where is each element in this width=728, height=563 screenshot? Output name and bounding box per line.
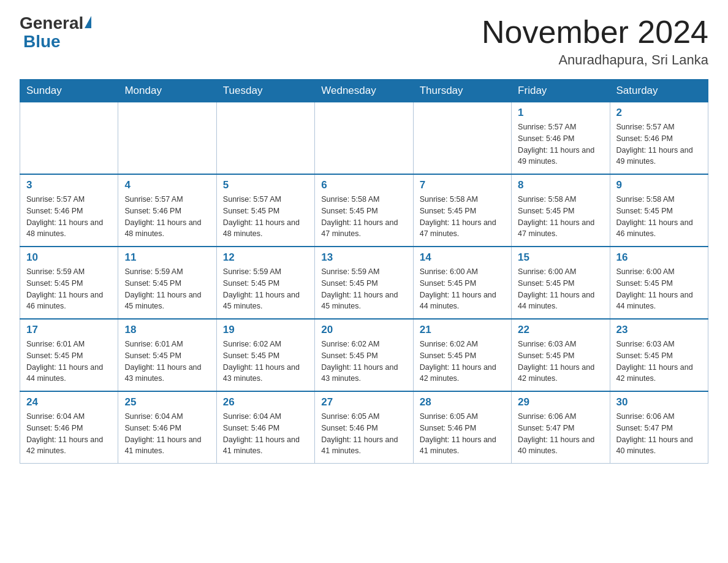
calendar-cell: 5Sunrise: 5:57 AMSunset: 5:45 PMDaylight… — [216, 174, 314, 247]
calendar-cell: 16Sunrise: 6:00 AMSunset: 5:45 PMDayligh… — [610, 247, 708, 319]
calendar-cell — [216, 102, 314, 175]
cell-sun-info: Sunrise: 5:58 AMSunset: 5:45 PMDaylight:… — [321, 194, 406, 240]
weekday-header-friday: Friday — [512, 80, 610, 102]
calendar-cell: 21Sunrise: 6:02 AMSunset: 5:45 PMDayligh… — [413, 319, 511, 391]
cell-day-number: 22 — [518, 324, 603, 336]
cell-day-number: 5 — [223, 179, 308, 191]
cell-sun-info: Sunrise: 6:02 AMSunset: 5:45 PMDaylight:… — [321, 339, 406, 385]
cell-day-number: 12 — [223, 251, 308, 264]
cell-day-number: 26 — [223, 396, 308, 408]
logo-general-text: General — [20, 15, 83, 32]
weekday-header-tuesday: Tuesday — [216, 80, 314, 102]
cell-sun-info: Sunrise: 6:01 AMSunset: 5:45 PMDaylight:… — [124, 339, 210, 385]
calendar-cell: 25Sunrise: 6:04 AMSunset: 5:46 PMDayligh… — [118, 391, 216, 464]
cell-day-number: 17 — [26, 324, 112, 336]
calendar-cell: 18Sunrise: 6:01 AMSunset: 5:45 PMDayligh… — [118, 319, 216, 391]
calendar-week-row: 10Sunrise: 5:59 AMSunset: 5:45 PMDayligh… — [20, 247, 708, 319]
calendar-cell: 6Sunrise: 5:58 AMSunset: 5:45 PMDaylight… — [315, 174, 413, 247]
cell-sun-info: Sunrise: 5:58 AMSunset: 5:45 PMDaylight:… — [420, 194, 505, 240]
cell-day-number: 25 — [124, 396, 210, 408]
title-area: November 2024 Anuradhapura, Sri Lanka — [482, 15, 708, 68]
cell-day-number: 7 — [420, 179, 505, 191]
cell-day-number: 8 — [518, 179, 603, 191]
calendar-cell: 9Sunrise: 5:58 AMSunset: 5:45 PMDaylight… — [610, 174, 708, 247]
cell-day-number: 13 — [321, 251, 406, 264]
cell-day-number: 15 — [518, 251, 603, 264]
calendar-cell — [20, 102, 118, 175]
calendar-cell: 28Sunrise: 6:05 AMSunset: 5:46 PMDayligh… — [413, 391, 511, 464]
calendar-cell: 3Sunrise: 5:57 AMSunset: 5:46 PMDaylight… — [20, 174, 118, 247]
cell-sun-info: Sunrise: 6:06 AMSunset: 5:47 PMDaylight:… — [616, 411, 702, 457]
calendar-cell: 27Sunrise: 6:05 AMSunset: 5:46 PMDayligh… — [315, 391, 413, 464]
cell-day-number: 16 — [616, 251, 702, 264]
calendar-cell: 2Sunrise: 5:57 AMSunset: 5:46 PMDaylight… — [610, 102, 708, 175]
cell-day-number: 1 — [518, 107, 603, 119]
cell-day-number: 24 — [26, 396, 112, 408]
cell-day-number: 18 — [124, 324, 210, 336]
cell-day-number: 14 — [420, 251, 505, 264]
cell-sun-info: Sunrise: 5:58 AMSunset: 5:45 PMDaylight:… — [616, 194, 702, 240]
calendar-cell: 7Sunrise: 5:58 AMSunset: 5:45 PMDaylight… — [413, 174, 511, 247]
cell-sun-info: Sunrise: 6:03 AMSunset: 5:45 PMDaylight:… — [616, 339, 702, 385]
cell-sun-info: Sunrise: 5:57 AMSunset: 5:45 PMDaylight:… — [223, 194, 308, 240]
weekday-header-row: SundayMondayTuesdayWednesdayThursdayFrid… — [20, 80, 708, 102]
calendar-cell: 19Sunrise: 6:02 AMSunset: 5:45 PMDayligh… — [216, 319, 314, 391]
cell-sun-info: Sunrise: 6:06 AMSunset: 5:47 PMDaylight:… — [518, 411, 603, 457]
calendar-cell: 14Sunrise: 6:00 AMSunset: 5:45 PMDayligh… — [413, 247, 511, 319]
calendar-cell — [118, 102, 216, 175]
weekday-header-monday: Monday — [118, 80, 216, 102]
calendar-cell: 13Sunrise: 5:59 AMSunset: 5:45 PMDayligh… — [315, 247, 413, 319]
cell-day-number: 23 — [616, 324, 702, 336]
calendar-cell: 26Sunrise: 6:04 AMSunset: 5:46 PMDayligh… — [216, 391, 314, 464]
cell-sun-info: Sunrise: 6:03 AMSunset: 5:45 PMDaylight:… — [518, 339, 603, 385]
cell-day-number: 10 — [26, 251, 112, 264]
calendar-title: November 2024 — [482, 15, 708, 50]
calendar-table: SundayMondayTuesdayWednesdayThursdayFrid… — [20, 79, 708, 464]
weekday-header-saturday: Saturday — [610, 80, 708, 102]
calendar-week-row: 1Sunrise: 5:57 AMSunset: 5:46 PMDaylight… — [20, 102, 708, 175]
cell-day-number: 29 — [518, 396, 603, 408]
cell-sun-info: Sunrise: 5:57 AMSunset: 5:46 PMDaylight:… — [616, 121, 702, 167]
weekday-header-wednesday: Wednesday — [315, 80, 413, 102]
calendar-cell: 4Sunrise: 5:57 AMSunset: 5:46 PMDaylight… — [118, 174, 216, 247]
calendar-cell: 17Sunrise: 6:01 AMSunset: 5:45 PMDayligh… — [20, 319, 118, 391]
calendar-cell: 15Sunrise: 6:00 AMSunset: 5:45 PMDayligh… — [512, 247, 610, 319]
cell-sun-info: Sunrise: 5:58 AMSunset: 5:45 PMDaylight:… — [518, 194, 603, 240]
cell-sun-info: Sunrise: 6:05 AMSunset: 5:46 PMDaylight:… — [321, 411, 406, 457]
cell-sun-info: Sunrise: 5:59 AMSunset: 5:45 PMDaylight:… — [321, 266, 406, 312]
cell-day-number: 21 — [420, 324, 505, 336]
cell-sun-info: Sunrise: 6:02 AMSunset: 5:45 PMDaylight:… — [420, 339, 505, 385]
cell-day-number: 4 — [124, 179, 210, 191]
cell-sun-info: Sunrise: 6:00 AMSunset: 5:45 PMDaylight:… — [518, 266, 603, 312]
cell-sun-info: Sunrise: 6:02 AMSunset: 5:45 PMDaylight:… — [223, 339, 308, 385]
cell-sun-info: Sunrise: 6:04 AMSunset: 5:46 PMDaylight:… — [124, 411, 210, 457]
calendar-week-row: 24Sunrise: 6:04 AMSunset: 5:46 PMDayligh… — [20, 391, 708, 464]
cell-sun-info: Sunrise: 5:57 AMSunset: 5:46 PMDaylight:… — [124, 194, 210, 240]
cell-sun-info: Sunrise: 5:57 AMSunset: 5:46 PMDaylight:… — [518, 121, 603, 167]
cell-day-number: 11 — [124, 251, 210, 264]
weekday-header-sunday: Sunday — [20, 80, 118, 102]
header: General Blue November 2024 Anuradhapura,… — [20, 15, 708, 68]
calendar-cell: 23Sunrise: 6:03 AMSunset: 5:45 PMDayligh… — [610, 319, 708, 391]
cell-day-number: 30 — [616, 396, 702, 408]
calendar-cell: 10Sunrise: 5:59 AMSunset: 5:45 PMDayligh… — [20, 247, 118, 319]
cell-day-number: 20 — [321, 324, 406, 336]
logo: General Blue — [20, 15, 93, 52]
cell-day-number: 19 — [223, 324, 308, 336]
calendar-cell: 12Sunrise: 5:59 AMSunset: 5:45 PMDayligh… — [216, 247, 314, 319]
calendar-week-row: 17Sunrise: 6:01 AMSunset: 5:45 PMDayligh… — [20, 319, 708, 391]
cell-day-number: 2 — [616, 107, 702, 119]
cell-sun-info: Sunrise: 6:04 AMSunset: 5:46 PMDaylight:… — [26, 411, 112, 457]
logo-triangle-icon — [85, 16, 91, 28]
calendar-cell: 30Sunrise: 6:06 AMSunset: 5:47 PMDayligh… — [610, 391, 708, 464]
cell-sun-info: Sunrise: 6:05 AMSunset: 5:46 PMDaylight:… — [420, 411, 505, 457]
cell-sun-info: Sunrise: 6:01 AMSunset: 5:45 PMDaylight:… — [26, 339, 112, 385]
calendar-cell — [413, 102, 511, 175]
calendar-cell: 1Sunrise: 5:57 AMSunset: 5:46 PMDaylight… — [512, 102, 610, 175]
cell-sun-info: Sunrise: 6:04 AMSunset: 5:46 PMDaylight:… — [223, 411, 308, 457]
calendar-cell: 24Sunrise: 6:04 AMSunset: 5:46 PMDayligh… — [20, 391, 118, 464]
logo-text: General — [20, 15, 93, 32]
cell-day-number: 28 — [420, 396, 505, 408]
calendar-cell: 11Sunrise: 5:59 AMSunset: 5:45 PMDayligh… — [118, 247, 216, 319]
cell-sun-info: Sunrise: 6:00 AMSunset: 5:45 PMDaylight:… — [420, 266, 505, 312]
